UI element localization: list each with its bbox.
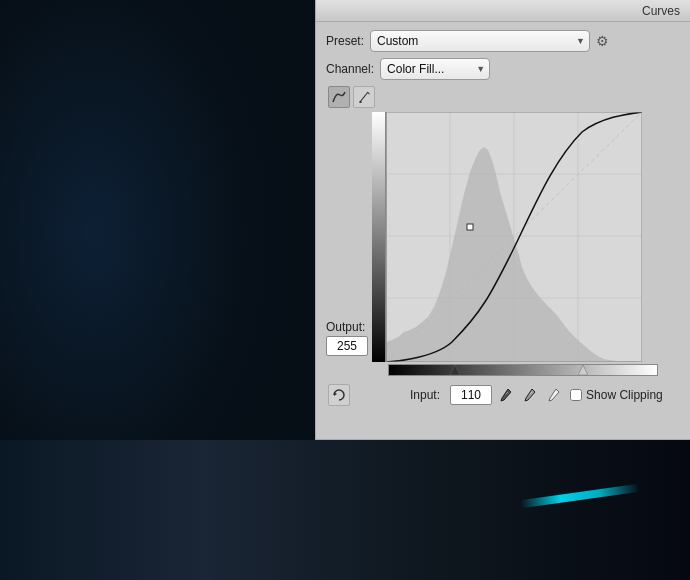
- show-clipping-label: Show Clipping: [586, 388, 663, 402]
- white-eyedropper-button[interactable]: [544, 385, 564, 405]
- svg-line-0: [360, 92, 368, 102]
- input-row: Input:: [326, 384, 680, 406]
- black-eyedropper-button[interactable]: [496, 385, 516, 405]
- show-clipping-checkbox[interactable]: [570, 389, 582, 401]
- channel-label: Channel:: [326, 62, 374, 76]
- title-bar: Curves: [316, 0, 690, 22]
- svg-marker-16: [334, 392, 337, 396]
- curves-graph-container: [372, 112, 642, 362]
- pencil-tool-icon: [357, 90, 371, 104]
- preset-row: Preset: Custom Default Strong Contrast L…: [326, 30, 680, 52]
- gray-eyedropper-button[interactable]: [520, 385, 540, 405]
- white-point-slider[interactable]: [578, 364, 588, 378]
- left-gradient-strip: [372, 112, 386, 362]
- curve-tool-button[interactable]: [328, 86, 350, 108]
- black-eyedropper-icon: [498, 387, 514, 403]
- pencil-tool-button[interactable]: [353, 86, 375, 108]
- curve-tool-icon: [332, 90, 346, 104]
- gradient-bar-row: [388, 364, 680, 376]
- curves-canvas[interactable]: [372, 112, 642, 362]
- input-value-input[interactable]: [450, 385, 492, 405]
- gear-button[interactable]: ⚙: [596, 34, 609, 48]
- white-eyedropper-icon: [546, 387, 562, 403]
- rotate-icon: [331, 387, 347, 403]
- svg-marker-14: [450, 365, 460, 375]
- curves-area: Output:: [326, 112, 680, 362]
- preset-label: Preset:: [326, 34, 364, 48]
- preset-select[interactable]: Custom Default Strong Contrast Linear Da…: [370, 30, 590, 52]
- preset-select-wrapper: Custom Default Strong Contrast Linear Da…: [370, 30, 590, 52]
- curves-panel: Curves Preset: Custom Default Strong Con…: [315, 0, 690, 440]
- svg-rect-2: [360, 101, 362, 103]
- output-label: Output:: [326, 320, 365, 334]
- channel-row: Channel: Color Fill... RGB Red Green Blu…: [326, 58, 680, 80]
- bg-bottom: [0, 440, 690, 580]
- gray-eyedropper-icon: [522, 387, 538, 403]
- output-section: Output:: [326, 112, 368, 362]
- output-value-input[interactable]: [326, 336, 368, 356]
- tools-row: [326, 86, 680, 108]
- svg-rect-11: [467, 224, 473, 230]
- rotate-button[interactable]: [328, 384, 350, 406]
- black-point-slider[interactable]: [450, 364, 460, 378]
- svg-marker-15: [578, 365, 588, 375]
- panel-title: Curves: [642, 4, 680, 18]
- channel-select-wrapper: Color Fill... RGB Red Green Blue ▼: [380, 58, 490, 80]
- gradient-bar: [388, 364, 658, 376]
- clipping-row: Show Clipping: [570, 388, 663, 402]
- input-label: Input:: [410, 388, 440, 402]
- svg-marker-1: [368, 92, 371, 95]
- panel-body: Preset: Custom Default Strong Contrast L…: [316, 22, 690, 412]
- channel-select[interactable]: Color Fill... RGB Red Green Blue: [380, 58, 490, 80]
